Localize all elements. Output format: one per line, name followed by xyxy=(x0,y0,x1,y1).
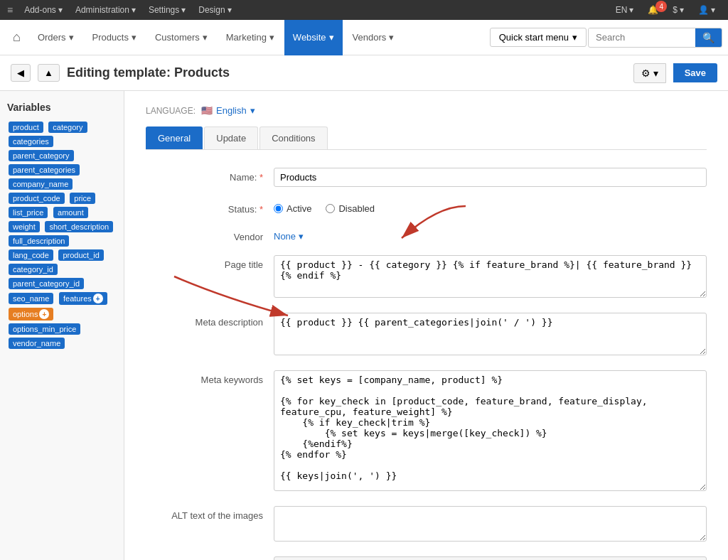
gear-button[interactable]: ⚙ ▾ xyxy=(633,63,666,83)
var-amount[interactable]: amount xyxy=(53,207,88,218)
tab-general[interactable]: General xyxy=(146,126,203,149)
status-active-label[interactable]: Active xyxy=(274,203,311,214)
var-features[interactable]: features + xyxy=(59,292,107,305)
status-row: Status: * Active Disabled xyxy=(146,200,707,215)
variables-list: product category categories parent_categ… xyxy=(7,120,117,350)
seo-name-label: SEO name xyxy=(146,556,274,560)
meta-keywords-field-wrapper: {% set keys = [company_name, product] %}… xyxy=(274,370,707,493)
var-lang-code[interactable]: lang_code xyxy=(9,249,53,261)
products-nav-item[interactable]: Products ▾ xyxy=(84,20,145,55)
addons-menu[interactable]: Add-ons ▾ xyxy=(18,4,68,16)
var-category-id[interactable]: category_id xyxy=(9,264,58,275)
var-vendor-name[interactable]: vendor_name xyxy=(9,338,65,349)
menu-icon[interactable]: ≡ xyxy=(7,4,13,16)
meta-desc-label: Meta description xyxy=(146,313,274,328)
back-button[interactable]: ◀ xyxy=(11,64,31,82)
tab-update[interactable]: Update xyxy=(204,126,258,149)
seo-name-row: SEO name xyxy=(146,556,707,560)
notifications-bell[interactable]: 🔔 4 xyxy=(642,4,664,16)
customers-nav-item[interactable]: Customers ▾ xyxy=(146,20,216,55)
alt-text-field-wrapper xyxy=(274,506,707,544)
vendors-dropdown-icon: ▾ xyxy=(389,32,394,43)
notification-badge: 4 xyxy=(655,1,667,12)
search-input[interactable] xyxy=(589,28,695,46)
vendor-select[interactable]: None ▾ xyxy=(274,227,707,242)
search-box: 🔍 xyxy=(588,28,722,48)
flag-icon: 🇺🇸 xyxy=(201,105,213,116)
user-menu[interactable]: 👤 ▾ xyxy=(692,4,721,16)
products-dropdown-icon: ▾ xyxy=(132,32,136,43)
alt-text-row: ALT text of the images xyxy=(146,506,707,544)
var-short-description[interactable]: short_description xyxy=(45,221,113,232)
name-row: Name: * xyxy=(146,168,707,187)
currency-menu[interactable]: $ ▾ xyxy=(667,4,690,16)
user-icon: 👤 xyxy=(698,5,709,15)
admin-bar-left: ≡ Add-ons ▾ Administration ▾ Settings ▾ … xyxy=(7,4,237,16)
var-seo-name[interactable]: seo_name xyxy=(9,293,53,304)
vendor-dropdown-icon: ▾ xyxy=(299,231,304,242)
var-parent-category[interactable]: parent_category xyxy=(9,150,74,161)
status-disabled-label[interactable]: Disabled xyxy=(326,203,375,214)
var-product-code[interactable]: product_code xyxy=(9,193,65,204)
orders-nav-item[interactable]: Orders ▾ xyxy=(29,20,82,55)
status-disabled-radio[interactable] xyxy=(326,204,335,213)
website-nav-item[interactable]: Website ▾ xyxy=(284,20,343,55)
administration-menu[interactable]: Administration ▾ xyxy=(70,4,141,16)
admin-bar-right: EN ▾ 🔔 4 $ ▾ 👤 ▾ xyxy=(610,4,721,16)
language-menu[interactable]: EN ▾ xyxy=(610,4,640,16)
home-nav-item[interactable]: ⌂ xyxy=(6,30,28,45)
vendor-row: Vendor None ▾ xyxy=(146,227,707,242)
name-input[interactable] xyxy=(274,168,707,187)
seo-name-input[interactable] xyxy=(274,556,707,560)
marketing-nav-item[interactable]: Marketing ▾ xyxy=(218,20,283,55)
up-button[interactable]: ▲ xyxy=(38,64,60,82)
var-list-price[interactable]: list_price xyxy=(9,207,48,218)
var-parent-category-id[interactable]: parent_category_id xyxy=(9,278,84,289)
var-product[interactable]: product xyxy=(9,122,43,133)
save-button[interactable]: Save xyxy=(673,63,717,82)
main-nav: ⌂ Orders ▾ Products ▾ Customers ▾ Market… xyxy=(0,20,728,55)
language-dropdown-icon: ▾ xyxy=(250,105,255,116)
language-selector[interactable]: 🇺🇸 English ▾ xyxy=(201,105,255,116)
meta-keywords-input[interactable]: {% set keys = [company_name, product] %}… xyxy=(274,370,707,491)
design-menu[interactable]: Design ▾ xyxy=(193,4,237,16)
tab-conditions[interactable]: Conditions xyxy=(259,126,327,149)
page-title-input[interactable]: {{ product }} - {{ category }} {% if fea… xyxy=(274,255,707,298)
page-title-row: Page title {{ product }} - {{ category }… xyxy=(146,255,707,300)
meta-keywords-label: Meta keywords xyxy=(146,370,274,385)
search-button[interactable]: 🔍 xyxy=(695,28,722,47)
var-full-description[interactable]: full_description xyxy=(9,235,69,247)
language-name: English xyxy=(216,105,247,116)
var-weight[interactable]: weight xyxy=(9,221,40,232)
var-options[interactable]: options + xyxy=(9,308,53,321)
customers-dropdown-icon: ▾ xyxy=(203,32,208,43)
page-title: Editing template: Products xyxy=(67,65,230,80)
var-price[interactable]: price xyxy=(70,193,95,204)
seo-name-field-wrapper xyxy=(274,556,707,560)
meta-desc-input[interactable]: {{ product }} {{ parent_categories|join(… xyxy=(274,313,707,355)
page-title-label: Page title xyxy=(146,255,274,270)
name-field-wrapper xyxy=(274,168,707,187)
status-label: Status: * xyxy=(146,200,274,215)
status-active-radio[interactable] xyxy=(274,204,283,213)
alt-text-label: ALT text of the images xyxy=(146,506,274,521)
settings-menu[interactable]: Settings ▾ xyxy=(143,4,191,16)
admin-bar: ≡ Add-ons ▾ Administration ▾ Settings ▾ … xyxy=(0,0,728,20)
vendor-label: Vendor xyxy=(146,227,274,242)
var-category[interactable]: category xyxy=(48,122,87,133)
language-bar: LANGUAGE: 🇺🇸 English ▾ xyxy=(146,105,707,116)
alt-text-input[interactable] xyxy=(274,506,707,542)
meta-desc-row: Meta description {{ product }} {{ parent… xyxy=(146,313,707,357)
var-company-name[interactable]: company_name xyxy=(9,178,73,190)
page-title-field-wrapper: {{ product }} - {{ category }} {% if fea… xyxy=(274,255,707,300)
status-field-wrapper: Active Disabled xyxy=(274,200,707,214)
var-categories[interactable]: categories xyxy=(9,136,53,147)
var-options-min-price[interactable]: options_min_price xyxy=(9,323,80,335)
vendors-nav-item[interactable]: Vendors ▾ xyxy=(344,20,403,55)
var-parent-categories[interactable]: parent_categories xyxy=(9,164,80,176)
var-product-id[interactable]: product_id xyxy=(58,249,103,261)
sidebar-title: Variables xyxy=(7,102,117,113)
title-bar: ◀ ▲ Editing template: Products ⚙ ▾ Save xyxy=(0,55,728,91)
quick-start-button[interactable]: Quick start menu ▾ xyxy=(490,28,587,47)
quick-start-dropdown-icon: ▾ xyxy=(572,32,577,43)
